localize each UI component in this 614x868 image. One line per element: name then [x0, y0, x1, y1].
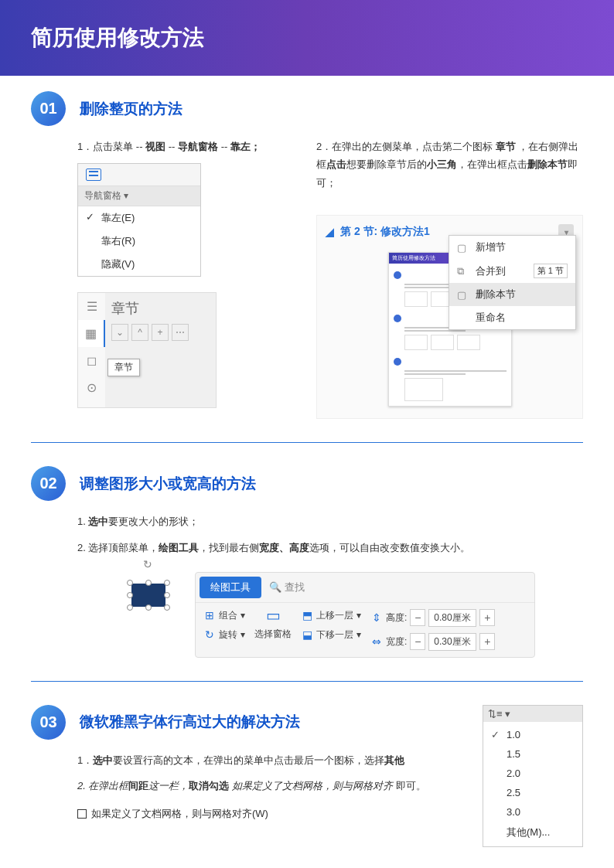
chapter-label: 第 2 节: 修改方法1 — [340, 225, 430, 239]
section-2: 02 调整图形大小或宽高的方法 1. 选中要更改大小的形状； 2. 选择顶部菜单… — [31, 466, 583, 658]
search-button[interactable]: 🔍查找 — [269, 580, 305, 594]
s2-step1: 1. 选中要更改大小的形状； — [77, 512, 583, 530]
checkbox-row: 如果定义了文档网格，则与网格对齐(W) — [77, 807, 452, 821]
align-grid-checkbox[interactable] — [77, 809, 87, 819]
width-icon: ⇔ — [370, 635, 383, 648]
checkbox-label: 如果定义了文档网格，则与网格对齐(W) — [91, 807, 268, 821]
section-title-3: 微软雅黑字体行高过大的解决方法 — [80, 712, 300, 732]
tool-4[interactable]: ⋯ — [172, 324, 189, 341]
chapter-tooltip: 章节 — [107, 359, 140, 376]
width-input[interactable]: 0.30厘米 — [428, 633, 476, 651]
nav-pane-ui: 导航窗格 ▾ 靠左(E) 靠右(R) 隐藏(V) — [77, 163, 201, 277]
menu-align-right[interactable]: 靠右(R) — [78, 230, 200, 253]
height-minus[interactable]: − — [410, 609, 425, 626]
section-badge-3: 03 — [31, 705, 66, 740]
drawing-toolbar: 绘图工具 🔍查找 ⊞组合 ▾ ↻旋转 ▾ ▭ 选择窗格 ⬒上移一层 ▾ ⬓下移一… — [195, 572, 535, 658]
section-title-1: 删除整页的方法 — [80, 99, 182, 119]
rotate-icon: ↻ — [203, 628, 216, 641]
ctx-rename[interactable]: 重命名 — [449, 306, 575, 329]
group-button[interactable]: ⊞组合 ▾ — [203, 609, 245, 622]
nav-pane-button[interactable] — [78, 164, 200, 186]
section-badge-2: 02 — [31, 466, 66, 501]
section-title-2: 调整图形大小或宽高的方法 — [80, 474, 256, 494]
height-input[interactable]: 0.80厘米 — [428, 609, 476, 627]
tool-2[interactable]: ^ — [131, 324, 148, 341]
width-label: 宽度: — [386, 635, 407, 648]
ctx-merge[interactable]: ⧉合并到第 1 节 — [449, 259, 575, 283]
s3-step1: 1．选中要设置行高的文本，在弹出的菜单中点击最后一个图标，选择其他 — [77, 751, 452, 769]
search-icon[interactable]: ⊙ — [78, 374, 105, 401]
bring-forward-button[interactable]: ⬒上移一层 ▾ — [301, 609, 361, 622]
s1-step1: 1．点击菜单 -- 视图 -- 导航窗格 -- 靠左； — [77, 138, 285, 155]
ls-other[interactable]: 其他(M)... — [483, 822, 582, 843]
merge-icon: ⧉ — [457, 265, 469, 277]
tool-1[interactable]: ⌄ — [111, 324, 128, 341]
section-3: 03 微软雅黑字体行高过大的解决方法 1．选中要设置行高的文本，在弹出的菜单中点… — [31, 705, 583, 847]
section-badge-1: 01 — [31, 91, 66, 126]
width-minus[interactable]: − — [410, 633, 425, 650]
new-section-icon: ▢ — [457, 242, 469, 254]
merge-target[interactable]: 第 1 节 — [534, 264, 568, 278]
height-plus[interactable]: + — [479, 609, 495, 626]
height-icon: ⇕ — [370, 611, 383, 624]
selected-shape[interactable]: ↻ — [125, 572, 172, 618]
rotate-handle-icon[interactable]: ↻ — [143, 558, 154, 569]
ls-1.0[interactable]: 1.0 — [483, 725, 582, 744]
menu-hide[interactable]: 隐藏(V) — [78, 253, 200, 276]
menu-align-left[interactable]: 靠左(E) — [78, 206, 200, 230]
nav-dropdown: 靠左(E) 靠右(R) 隐藏(V) — [78, 206, 200, 276]
down-layer-icon: ⬓ — [301, 628, 313, 641]
rotate-button[interactable]: ↻旋转 ▾ — [203, 628, 245, 642]
linespacing-icon[interactable]: ⇅≡ ▾ — [488, 708, 510, 720]
magnifier-icon: 🔍 — [269, 581, 281, 593]
up-layer-icon: ⬒ — [301, 609, 313, 621]
select-pane-button[interactable]: 选择窗格 — [254, 628, 292, 641]
sidebar-title: 章节 — [111, 299, 210, 318]
drawing-tools-tab[interactable]: 绘图工具 — [200, 577, 261, 598]
s1-step2: 2．在弹出的左侧菜单，点击第二个图标 章节 ，在右侧弹出框点击想要删除章节后的小… — [316, 138, 583, 192]
delete-icon: ▢ — [457, 289, 469, 301]
chapter-icon[interactable]: ▦ — [78, 320, 105, 347]
ls-3.0[interactable]: 3.0 — [483, 802, 582, 822]
group-icon: ⊞ — [203, 609, 216, 621]
nav-pane-label: 导航窗格 — [84, 190, 121, 201]
ctx-delete-section[interactable]: ▢删除本节 — [449, 283, 575, 306]
nav-pane-icon — [86, 168, 101, 181]
ls-2.0[interactable]: 2.0 — [483, 764, 582, 783]
ctx-new-section[interactable]: ▢新增节 — [449, 236, 575, 259]
linespacing-menu: ⇅≡ ▾ 1.0 1.5 2.0 2.5 3.0 其他(M)... — [483, 705, 583, 847]
collapse-triangle-icon[interactable]: ◢ — [326, 226, 334, 238]
s2-step2: 2. 选择顶部菜单，绘图工具，找到最右侧宽度、高度选项，可以自由改变数值变换大小… — [77, 539, 583, 557]
section-1: 01 删除整页的方法 1．点击菜单 -- 视图 -- 导航窗格 -- 靠左； 导… — [31, 91, 583, 419]
ls-1.5[interactable]: 1.5 — [483, 744, 582, 764]
tool-3[interactable]: + — [152, 324, 169, 341]
separator-2 — [31, 681, 583, 682]
chapter-context-menu: ▢新增节 ⧉合并到第 1 节 ▢删除本节 重命名 — [449, 235, 576, 330]
send-backward-button[interactable]: ⬓下移一层 ▾ — [301, 628, 361, 642]
bookmark-icon[interactable]: ◻ — [78, 347, 105, 374]
select-pane-icon: ▭ — [267, 609, 279, 621]
chapter-panel: ◢ 第 2 节: 修改方法1 ▾ 简历使用修改方法 ▢新增 — [316, 215, 583, 419]
height-label: 高度: — [386, 611, 407, 625]
ls-2.5[interactable]: 2.5 — [483, 783, 582, 802]
separator-1 — [31, 442, 583, 443]
thumb-title: 简历使用修改方法 — [392, 254, 435, 262]
page-header: 简历使用修改方法 — [0, 0, 614, 76]
sidebar-ui: ☰ ▦ ◻ ⊙ 章节 ⌄ ^ + ⋯ 章节 — [77, 292, 217, 408]
s3-step2: 2. 在弹出框间距这一栏，取消勾选 如果定义了文档网格，则与网格对齐 即可。 — [77, 777, 452, 795]
outline-icon[interactable]: ☰ — [78, 293, 105, 320]
page-title: 简历使用修改方法 — [31, 26, 204, 49]
width-plus[interactable]: + — [479, 633, 495, 650]
